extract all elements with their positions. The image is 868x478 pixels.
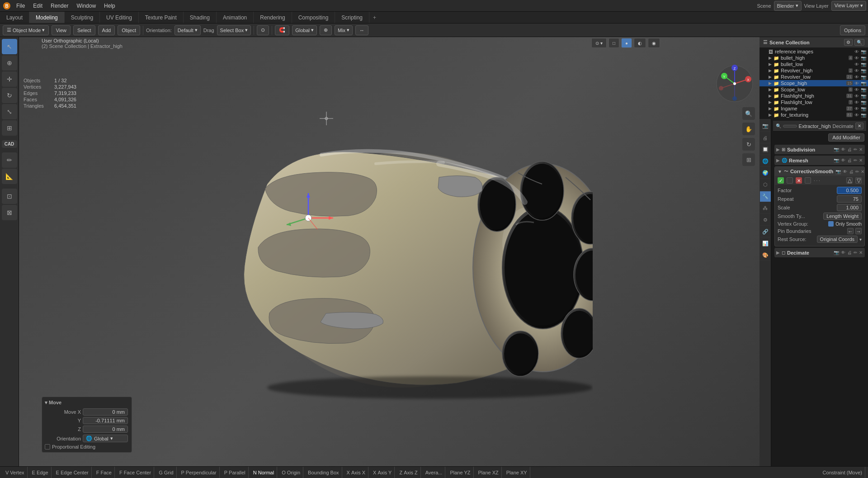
mod-expand-arrow[interactable]: ▶ bbox=[776, 158, 780, 163]
proportional-editing-check[interactable]: Proportional Editing bbox=[45, 444, 129, 450]
outliner-vis-render[interactable]: 📷 bbox=[861, 75, 866, 80]
add-modifier-btn[interactable]: Add Modifier bbox=[828, 133, 864, 142]
snap-icon-btn[interactable]: ⊕ bbox=[320, 25, 332, 35]
outliner-vis-render[interactable]: 📷 bbox=[861, 56, 866, 61]
tab-shading[interactable]: Shading bbox=[184, 12, 217, 23]
prop-tab-data[interactable]: 📊 bbox=[760, 238, 771, 249]
viewport-3d[interactable]: User Orthographic (Local) (2) Scene Coll… bbox=[19, 37, 760, 466]
cs-repeat-value[interactable]: 75 bbox=[837, 195, 862, 203]
cs-edit-icon[interactable]: ✏ bbox=[855, 169, 859, 175]
menu-file[interactable]: File bbox=[13, 2, 28, 10]
mod-delete-icon[interactable]: ✕ bbox=[859, 157, 863, 163]
shading-wire[interactable]: □ bbox=[609, 38, 619, 48]
outliner-item-flashlight-low[interactable]: ▶ 📁 Flashlight_low 7 👁 📷 bbox=[760, 99, 868, 105]
tab-sculpting[interactable]: Sculpting bbox=[65, 12, 100, 23]
outliner-vis-eye[interactable]: 👁 bbox=[854, 75, 859, 80]
mode-selector[interactable]: ☰ Object Mode ▾ bbox=[3, 25, 49, 35]
bottom-plane-xz[interactable]: Plane XZ bbox=[476, 467, 502, 478]
outliner-filter-btn[interactable]: ⚙ bbox=[844, 39, 853, 46]
cs-eye-icon[interactable]: 👁 bbox=[842, 169, 848, 175]
outliner-item-revolver-high[interactable]: ▶ 📁 Revolver_high 2 👁 📷 bbox=[760, 67, 868, 74]
tool-cursor[interactable]: ⊕ bbox=[2, 55, 17, 71]
cs-delete-icon[interactable]: ✕ bbox=[860, 169, 865, 175]
bottom-edge-center[interactable]: E Edge Center bbox=[53, 467, 92, 478]
prop-tab-output[interactable]: 🖨 bbox=[760, 133, 771, 143]
object-menu[interactable]: Object bbox=[118, 25, 140, 35]
bottom-axis-y[interactable]: X Axis Y bbox=[370, 467, 395, 478]
outliner-vis-render[interactable]: 📷 bbox=[861, 113, 866, 118]
bottom-plane-yz[interactable]: Plane YZ bbox=[447, 467, 473, 478]
outliner-vis-eye[interactable]: 👁 bbox=[854, 62, 859, 67]
viewport-pan[interactable]: ✋ bbox=[742, 123, 755, 135]
outliner-vis-render[interactable]: 📷 bbox=[861, 94, 866, 99]
add-workspace-tab[interactable]: + bbox=[369, 13, 380, 23]
bottom-grid[interactable]: G Grid bbox=[156, 467, 176, 478]
mod-render-icon[interactable]: 🖨 bbox=[847, 147, 852, 152]
viewport-zoom-in[interactable]: 🔍 bbox=[742, 107, 755, 120]
view-menu[interactable]: View bbox=[52, 25, 71, 35]
outliner-vis-render[interactable]: 📷 bbox=[861, 49, 866, 54]
menu-render[interactable]: Render bbox=[47, 2, 72, 10]
prop-tab-modifier[interactable]: 🔧 bbox=[760, 191, 771, 202]
bottom-face[interactable]: F Face bbox=[94, 467, 115, 478]
viewport-rotate[interactable]: ↻ bbox=[742, 138, 755, 151]
select-box-selector[interactable]: Select Box ▾ bbox=[217, 25, 251, 35]
tab-layout[interactable]: Layout bbox=[0, 12, 29, 23]
bottom-face-center[interactable]: F Face Center bbox=[117, 467, 154, 478]
outliner-vis-eye[interactable]: 👁 bbox=[854, 106, 859, 111]
tool-annotate[interactable]: ✏ bbox=[2, 152, 17, 168]
cs-render-icon[interactable]: 🖨 bbox=[849, 169, 854, 175]
cs-check4[interactable] bbox=[805, 177, 811, 184]
cs-cam-icon[interactable]: 📷 bbox=[835, 169, 841, 175]
prop-tab-render[interactable]: 📷 bbox=[760, 121, 771, 132]
outliner-item-bullet-low[interactable]: ▶ 📁 bullet_low 👁 📷 bbox=[760, 61, 868, 67]
cs-check3[interactable]: ✕ bbox=[796, 177, 802, 184]
prop-tab-view-layer[interactable]: 🔲 bbox=[760, 144, 771, 155]
outliner-vis-render[interactable]: 📷 bbox=[861, 106, 866, 111]
menu-window[interactable]: Window bbox=[73, 2, 99, 10]
tool-move[interactable]: ✛ bbox=[2, 71, 17, 87]
outliner-vis-eye[interactable]: 👁 bbox=[854, 87, 859, 92]
cs-only-smooth-check[interactable] bbox=[828, 221, 834, 227]
tool-add[interactable]: ⊡ bbox=[2, 189, 17, 204]
mod-cam-icon[interactable]: 📷 bbox=[833, 250, 840, 256]
move-z-value[interactable]: 0 mm bbox=[83, 426, 128, 433]
cs-rest-source-arrow[interactable]: ▾ bbox=[859, 237, 862, 242]
menu-help[interactable]: Help bbox=[100, 2, 119, 10]
bottom-edge[interactable]: E Edge bbox=[29, 467, 52, 478]
bottom-axis-x[interactable]: X Axis X bbox=[344, 467, 369, 478]
cad-tool[interactable]: CAD bbox=[2, 140, 17, 148]
outliner-vis-render[interactable]: 📷 bbox=[861, 62, 866, 67]
bottom-average[interactable]: Avera... bbox=[423, 467, 446, 478]
outliner-item-scope-high[interactable]: ▶ 📁 Scope_high 15 👁 📷 bbox=[760, 80, 868, 86]
tool-measure[interactable]: 📐 bbox=[2, 169, 17, 184]
mod-edit-icon[interactable]: ✏ bbox=[853, 147, 858, 152]
tab-scripting[interactable]: Scripting bbox=[335, 12, 369, 23]
tab-compositing[interactable]: Compositing bbox=[292, 12, 335, 23]
tool-transform[interactable]: ⊞ bbox=[2, 120, 17, 136]
mod-edit-icon[interactable]: ✏ bbox=[853, 157, 858, 163]
bottom-vertex[interactable]: V Vertex bbox=[3, 467, 28, 478]
tool-scale[interactable]: ⤡ bbox=[2, 104, 17, 119]
outliner-vis-render[interactable]: 📷 bbox=[861, 87, 866, 92]
tool-rotate[interactable]: ↻ bbox=[2, 88, 17, 103]
modifier-search[interactable] bbox=[783, 125, 797, 128]
cs-scale-value[interactable]: 1.000 bbox=[837, 204, 862, 211]
outliner-vis-eye[interactable]: 👁 bbox=[854, 100, 859, 105]
cs-rest-source-value[interactable]: Original Coords bbox=[817, 236, 858, 243]
cs-expand-arrow[interactable]: ▼ bbox=[778, 169, 782, 174]
outliner-vis-eye[interactable]: 👁 bbox=[854, 94, 859, 99]
shading-render[interactable]: ◉ bbox=[648, 38, 660, 48]
move-x-value[interactable]: 0 mm bbox=[83, 408, 128, 416]
menu-edit[interactable]: Edit bbox=[29, 2, 46, 10]
outliner-item-scope-low[interactable]: ▶ 📁 Scope_low 6 👁 📷 bbox=[760, 86, 868, 93]
bottom-bounding-box[interactable]: Bounding Box bbox=[305, 467, 342, 478]
viewport-grid[interactable]: ⊞ bbox=[742, 153, 755, 166]
mod-eye-icon[interactable]: 👁 bbox=[840, 250, 846, 256]
cs-smooth-type-value[interactable]: Length Weight bbox=[823, 213, 862, 220]
mod-cam-icon[interactable]: 📷 bbox=[833, 157, 840, 163]
prop-tab-constraints[interactable]: 🔗 bbox=[760, 227, 771, 237]
mod-render-icon[interactable]: 🖨 bbox=[847, 157, 852, 163]
close-properties-btn[interactable]: ✕ bbox=[855, 123, 863, 129]
bottom-parallel[interactable]: P Parallel bbox=[222, 467, 249, 478]
